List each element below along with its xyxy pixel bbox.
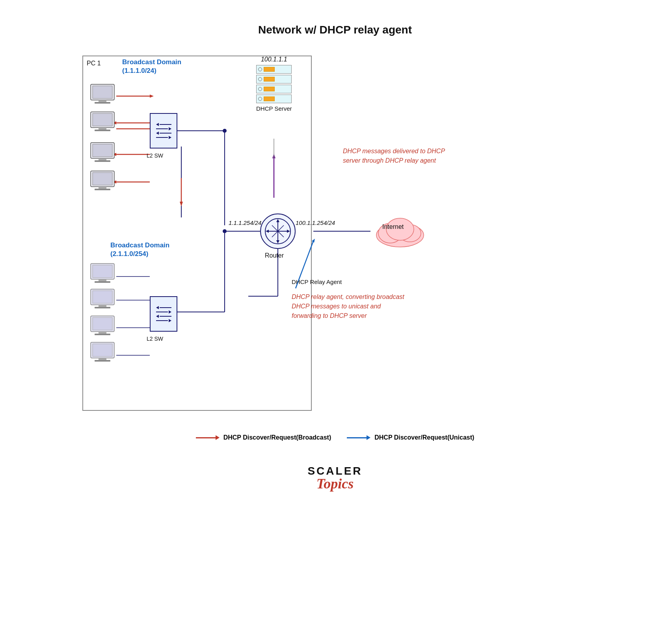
legend-broadcast: DHCP Discover/Request(Broadcast) <box>196 434 331 441</box>
dhcp-server-label: DHCP Server <box>256 105 292 112</box>
svg-rect-40 <box>95 130 110 131</box>
scaler-logo: SCALER Topics <box>307 465 362 492</box>
svg-rect-44 <box>95 160 110 162</box>
monitor-5 <box>89 263 116 286</box>
switch-2 <box>150 296 177 332</box>
switch-2-label: L2 SW <box>147 336 163 342</box>
monitor-1 <box>89 84 116 107</box>
svg-marker-17 <box>272 154 275 158</box>
legend-unicast-label: DHCP Discover/Request(Unicast) <box>374 434 474 441</box>
legend-broadcast-label: DHCP Discover/Request(Broadcast) <box>223 434 331 441</box>
svg-marker-15 <box>180 202 183 206</box>
switch-1-label: L2 SW <box>147 152 163 159</box>
svg-rect-71 <box>93 317 112 330</box>
router-label: Router <box>265 252 284 259</box>
svg-rect-68 <box>99 305 106 307</box>
svg-rect-38 <box>93 113 112 126</box>
svg-rect-39 <box>99 128 106 130</box>
svg-marker-52 <box>276 219 279 222</box>
svg-rect-69 <box>95 307 110 308</box>
svg-marker-54 <box>266 230 269 233</box>
svg-rect-34 <box>93 86 112 98</box>
svg-rect-73 <box>95 334 110 335</box>
ip-router-left: 1.1.1.254/24 <box>229 219 261 226</box>
broadcast-domain-1-label: Broadcast Domain (1.1.1.0/24) <box>122 58 181 75</box>
svg-rect-48 <box>95 189 110 190</box>
server-ip-label: 100.1.1.1 <box>256 56 292 63</box>
svg-marker-53 <box>276 240 279 243</box>
svg-rect-46 <box>93 173 112 185</box>
ip-router-right: 100.1.1.254/24 <box>296 219 335 226</box>
monitor-8 <box>89 341 116 365</box>
svg-rect-64 <box>99 279 106 281</box>
internet-cloud: Internet <box>370 212 430 252</box>
svg-rect-72 <box>99 332 106 334</box>
svg-marker-22 <box>312 239 315 243</box>
svg-rect-35 <box>99 100 106 102</box>
svg-rect-63 <box>93 265 112 278</box>
svg-point-29 <box>223 229 227 233</box>
svg-point-31 <box>223 129 227 133</box>
monitor-6 <box>89 288 116 312</box>
info-text-2: DHCP relay agent, converting broadcast D… <box>292 292 410 321</box>
monitor-7 <box>89 315 116 338</box>
svg-rect-65 <box>95 281 110 283</box>
scaler-subtitle: Topics <box>307 475 362 492</box>
monitor-2 <box>89 111 116 134</box>
relay-agent-label: DHCP Relay Agent <box>292 278 342 285</box>
svg-rect-75 <box>93 344 112 356</box>
pc1-label: PC 1 <box>87 60 101 67</box>
svg-rect-36 <box>95 102 110 104</box>
broadcast-domain-2-label: Broadcast Domain (2.1.1.0/254) <box>110 241 169 258</box>
diagram: PC 1 Broadcast Domain (1.1.1.0/24) Broad… <box>59 52 611 426</box>
monitor-3 <box>89 142 116 165</box>
svg-rect-67 <box>93 291 112 303</box>
page-title: Network w/ DHCP relay agent <box>258 24 412 36</box>
internet-label: Internet <box>382 223 404 230</box>
svg-marker-55 <box>287 230 290 233</box>
legend-unicast: DHCP Discover/Request(Unicast) <box>347 434 474 441</box>
svg-rect-76 <box>99 358 106 360</box>
router <box>260 213 296 249</box>
svg-rect-42 <box>93 144 112 157</box>
legend: DHCP Discover/Request(Broadcast) DHCP Di… <box>196 434 475 441</box>
svg-rect-77 <box>95 360 110 362</box>
svg-marker-2 <box>150 95 154 98</box>
svg-rect-43 <box>99 158 106 160</box>
monitor-4 <box>89 170 116 193</box>
svg-rect-47 <box>99 187 106 189</box>
switch-1 <box>150 113 177 148</box>
info-text-1: DHCP messages delivered to DHCP server t… <box>343 147 461 165</box>
dhcp-server: 100.1.1.1 DHCP Server <box>256 56 292 112</box>
